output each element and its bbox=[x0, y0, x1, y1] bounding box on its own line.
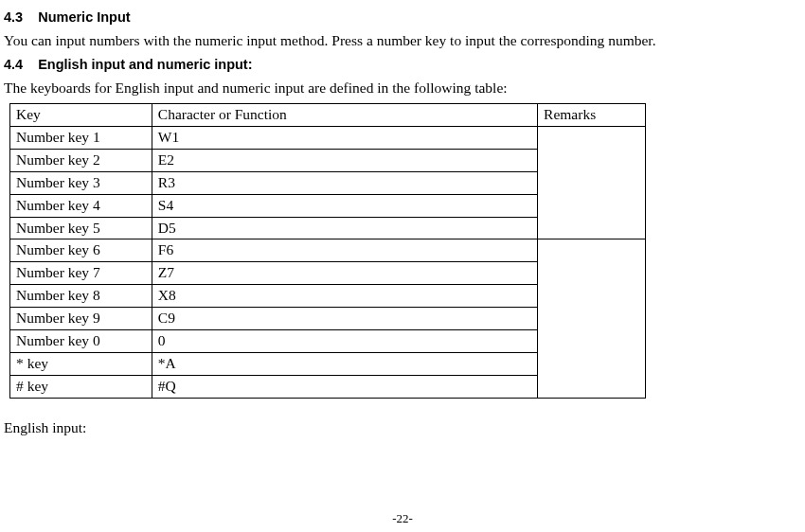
section-title: English input and numeric input: bbox=[38, 57, 252, 72]
cell-char: S4 bbox=[152, 194, 537, 217]
cell-char: C9 bbox=[152, 308, 537, 330]
cell-key: Number key 9 bbox=[10, 308, 152, 330]
cell-key: Number key 5 bbox=[10, 217, 152, 239]
cell-remarks bbox=[538, 239, 646, 398]
cell-char: #Q bbox=[152, 376, 537, 399]
section-4-3-body: You can input numbers with the numeric i… bbox=[4, 30, 801, 51]
keyboard-table: Key Character or Function Remarks Number… bbox=[9, 103, 646, 399]
header-remarks: Remarks bbox=[538, 103, 646, 126]
section-title: Numeric Input bbox=[38, 9, 130, 25]
table-row: Number key 6 F6 bbox=[10, 239, 646, 262]
english-input-label: English input: bbox=[4, 419, 801, 436]
cell-char: X8 bbox=[152, 285, 537, 308]
cell-key: Number key 2 bbox=[10, 149, 152, 171]
header-char: Character or Function bbox=[152, 103, 537, 126]
cell-char: *A bbox=[152, 353, 537, 376]
section-heading-4-3: 4.3Numeric Input bbox=[4, 9, 801, 25]
cell-key: Number key 6 bbox=[10, 239, 152, 262]
cell-remarks bbox=[538, 126, 646, 239]
cell-char: F6 bbox=[152, 239, 537, 262]
cell-key: Number key 4 bbox=[10, 194, 152, 217]
cell-char: 0 bbox=[152, 330, 537, 353]
cell-key: Number key 3 bbox=[10, 171, 152, 194]
cell-char: E2 bbox=[152, 149, 537, 171]
cell-key: * key bbox=[10, 353, 152, 376]
header-key: Key bbox=[10, 103, 152, 126]
cell-char: D5 bbox=[152, 217, 537, 239]
table-row: Number key 1 W1 bbox=[10, 126, 646, 149]
cell-key: Number key 7 bbox=[10, 262, 152, 285]
cell-key: # key bbox=[10, 376, 152, 399]
section-heading-4-4: 4.4English input and numeric input: bbox=[4, 57, 801, 72]
table-header-row: Key Character or Function Remarks bbox=[10, 103, 646, 126]
cell-char: W1 bbox=[152, 126, 537, 149]
cell-char: R3 bbox=[152, 171, 537, 194]
section-number: 4.3 bbox=[4, 9, 23, 25]
cell-key: Number key 8 bbox=[10, 285, 152, 308]
table-intro: The keyboards for English input and nume… bbox=[4, 78, 801, 98]
page-number: -22- bbox=[0, 511, 805, 526]
section-number: 4.4 bbox=[4, 57, 23, 72]
cell-key: Number key 0 bbox=[10, 330, 152, 353]
cell-char: Z7 bbox=[152, 262, 537, 285]
cell-key: Number key 1 bbox=[10, 126, 152, 149]
